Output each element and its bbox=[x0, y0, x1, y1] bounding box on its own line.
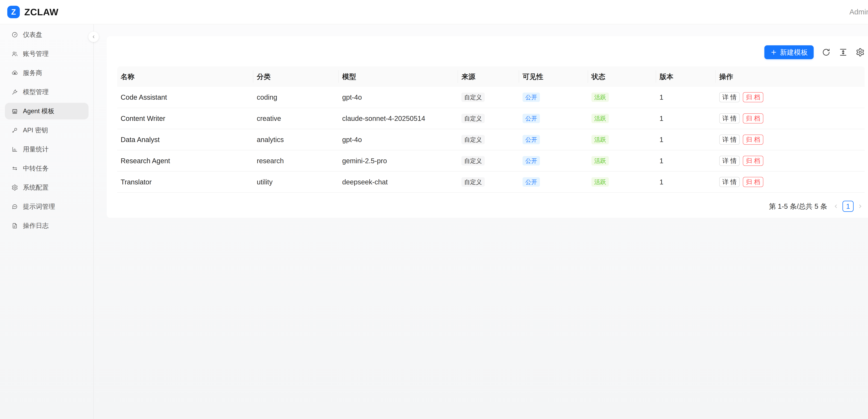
cell-version: 1 bbox=[656, 87, 716, 108]
cell-visibility: 公开 bbox=[519, 87, 588, 108]
sidebar-item-prompts[interactable]: 提示词管理 bbox=[5, 198, 89, 215]
cell-category: utility bbox=[253, 172, 339, 193]
archive-button[interactable]: 归 档 bbox=[743, 134, 763, 145]
cell-visibility: 公开 bbox=[519, 150, 588, 172]
pagination-page-1[interactable]: 1 bbox=[842, 201, 854, 212]
cell-status: 活跃 bbox=[588, 150, 656, 172]
cell-model: claude-sonnet-4-20250514 bbox=[339, 108, 458, 129]
new-template-button[interactable]: 新建模板 bbox=[764, 45, 814, 59]
table-row: Data Analystanalyticsgpt-4o自定义公开活跃1详 情归 … bbox=[117, 129, 865, 150]
templates-table: 名称分类模型来源可见性状态版本操作 Code Assistantcodinggp… bbox=[117, 66, 865, 193]
cell-actions: 详 情归 档 bbox=[716, 87, 865, 108]
app-header: Z ZCLAW Admin bbox=[0, 0, 868, 24]
density-button[interactable] bbox=[839, 48, 848, 57]
archive-button[interactable]: 归 档 bbox=[743, 156, 763, 166]
source-tag: 自定义 bbox=[461, 93, 485, 102]
sidebar-item-usage-stats[interactable]: 用量统计 bbox=[5, 141, 89, 158]
sidebar-item-relay-tasks[interactable]: 中转任务 bbox=[5, 160, 89, 177]
content-card: 新建模板 bbox=[107, 36, 868, 218]
sidebar-item-agent-templates[interactable]: Agent 模板 bbox=[5, 103, 89, 119]
pagination-summary: 第 1-5 条/总共 5 条 bbox=[769, 202, 827, 211]
sidebar-item-label: Agent 模板 bbox=[23, 107, 54, 116]
table-toolbar: 新建模板 bbox=[117, 45, 865, 59]
detail-button[interactable]: 详 情 bbox=[719, 134, 740, 145]
table-header-row: 名称分类模型来源可见性状态版本操作 bbox=[117, 66, 865, 87]
cell-actions: 详 情归 档 bbox=[716, 108, 865, 129]
visibility-tag: 公开 bbox=[523, 177, 540, 187]
cell-name: Translator bbox=[117, 172, 253, 193]
archive-button[interactable]: 归 档 bbox=[743, 113, 763, 123]
source-tag: 自定义 bbox=[461, 156, 485, 166]
sidebar-item-models[interactable]: 模型管理 bbox=[5, 84, 89, 100]
sidebar-item-accounts[interactable]: 账号管理 bbox=[5, 46, 89, 62]
brand-logo: Z bbox=[7, 6, 20, 18]
sidebar-item-operation-logs[interactable]: 操作日志 bbox=[5, 217, 89, 234]
cell-model: gpt-4o bbox=[339, 87, 458, 108]
sidebar-item-label: 模型管理 bbox=[23, 88, 49, 96]
robot-icon bbox=[11, 108, 18, 114]
pagination-next-button[interactable] bbox=[856, 201, 865, 212]
cell-source: 自定义 bbox=[458, 129, 519, 150]
detail-button[interactable]: 详 情 bbox=[719, 177, 740, 187]
detail-button[interactable]: 详 情 bbox=[719, 113, 740, 123]
page-body: 仪表盘账号管理服务商模型管理Agent 模板API 密钥用量统计中转任务系统配置… bbox=[0, 24, 868, 419]
chevron-left-icon bbox=[833, 204, 838, 209]
source-tag: 自定义 bbox=[461, 114, 485, 123]
column-header-6: 版本 bbox=[656, 66, 716, 87]
brand-logo-letter: Z bbox=[11, 8, 16, 16]
cell-category: research bbox=[253, 150, 339, 172]
column-header-1: 分类 bbox=[253, 66, 339, 87]
sidebar-menu: 仪表盘账号管理服务商模型管理Agent 模板API 密钥用量统计中转任务系统配置… bbox=[0, 26, 93, 234]
status-tag: 活跃 bbox=[591, 93, 609, 102]
sidebar-item-label: 操作日志 bbox=[23, 221, 49, 230]
main-content: 新建模板 bbox=[94, 24, 868, 419]
cloud-icon bbox=[11, 70, 18, 76]
sidebar-item-dashboard[interactable]: 仪表盘 bbox=[5, 26, 89, 43]
refresh-button[interactable] bbox=[822, 48, 831, 57]
cell-name: Content Writer bbox=[117, 108, 253, 129]
users-icon bbox=[11, 51, 18, 57]
visibility-tag: 公开 bbox=[523, 156, 540, 166]
column-height-icon bbox=[839, 48, 848, 57]
cell-model: deepseek-chat bbox=[339, 172, 458, 193]
swap-icon bbox=[11, 165, 18, 172]
cell-visibility: 公开 bbox=[519, 172, 588, 193]
detail-button[interactable]: 详 情 bbox=[719, 156, 740, 166]
table-row: Code Assistantcodinggpt-4o自定义公开活跃1详 情归 档 bbox=[117, 87, 865, 108]
key-icon bbox=[11, 127, 18, 133]
cell-name: Data Analyst bbox=[117, 129, 253, 150]
source-tag: 自定义 bbox=[461, 135, 485, 144]
sidebar-item-label: 仪表盘 bbox=[23, 30, 42, 39]
sidebar-item-label: 服务商 bbox=[23, 68, 42, 77]
sidebar-item-system-config[interactable]: 系统配置 bbox=[5, 179, 89, 196]
cell-version: 1 bbox=[656, 150, 716, 172]
column-settings-button[interactable] bbox=[856, 48, 865, 57]
cell-status: 活跃 bbox=[588, 129, 656, 150]
sidebar-collapse-button[interactable] bbox=[88, 32, 99, 42]
sidebar-item-label: 提示词管理 bbox=[23, 202, 55, 211]
sidebar-item-api-keys[interactable]: API 密钥 bbox=[5, 122, 89, 139]
cell-status: 活跃 bbox=[588, 87, 656, 108]
cell-name: Research Agent bbox=[117, 150, 253, 172]
plug-icon bbox=[11, 89, 18, 95]
user-menu[interactable]: Admin bbox=[849, 8, 868, 16]
sidebar: 仪表盘账号管理服务商模型管理Agent 模板API 密钥用量统计中转任务系统配置… bbox=[0, 24, 94, 419]
archive-button[interactable]: 归 档 bbox=[743, 92, 763, 102]
cell-source: 自定义 bbox=[458, 150, 519, 172]
cell-actions: 详 情归 档 bbox=[716, 172, 865, 193]
cell-version: 1 bbox=[656, 172, 716, 193]
cell-actions: 详 情归 档 bbox=[716, 150, 865, 172]
gauge-icon bbox=[11, 31, 18, 38]
file-icon bbox=[11, 222, 18, 229]
pagination-prev-button[interactable] bbox=[831, 201, 840, 212]
brand-name: ZCLAW bbox=[24, 7, 59, 18]
sidebar-item-label: API 密钥 bbox=[23, 126, 48, 134]
status-tag: 活跃 bbox=[591, 114, 609, 123]
cell-source: 自定义 bbox=[458, 108, 519, 129]
bar-chart-icon bbox=[11, 146, 18, 153]
sidebar-item-providers[interactable]: 服务商 bbox=[5, 65, 89, 81]
archive-button[interactable]: 归 档 bbox=[743, 177, 763, 187]
detail-button[interactable]: 详 情 bbox=[719, 92, 740, 102]
sidebar-item-label: 账号管理 bbox=[23, 50, 49, 58]
cell-model: gemini-2.5-pro bbox=[339, 150, 458, 172]
